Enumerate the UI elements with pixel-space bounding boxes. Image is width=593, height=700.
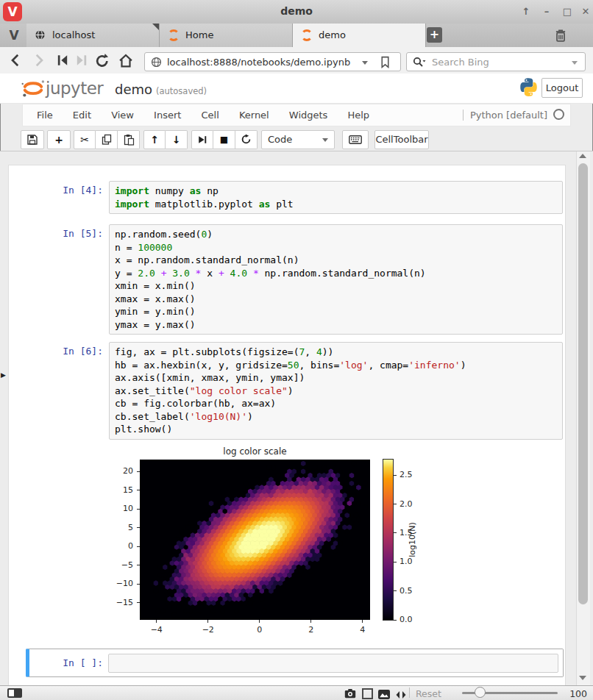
scrollbar-up-icon[interactable] xyxy=(579,154,586,158)
tab-corner-marker-icon xyxy=(152,24,159,30)
code-cell-input[interactable]: import numpy as npimport matplotlib.pypl… xyxy=(109,181,563,214)
url-text[interactable]: localhost:8888/notebooks/demo.ipynb xyxy=(167,57,350,68)
paste-cell-button[interactable] xyxy=(118,130,140,149)
jupyter-favicon-icon xyxy=(168,29,180,41)
move-cell-up-button[interactable]: ↑ xyxy=(143,130,166,149)
search-field[interactable]: Search Bing xyxy=(406,52,586,71)
colorbar-tick-mark xyxy=(394,532,397,533)
colorbar-tick-label: 2.5 xyxy=(400,470,419,479)
x-tick-mark xyxy=(207,620,208,623)
x-tick-label: 0 xyxy=(249,625,271,635)
zoom-reset-button[interactable]: Reset xyxy=(416,688,441,699)
python-logo-icon xyxy=(519,77,539,100)
figure: log color scale log10(N) −4−202420151050… xyxy=(109,443,433,643)
globe-icon xyxy=(35,29,46,43)
jupyter-logo-icon[interactable] xyxy=(19,76,47,103)
y-tick-label: 20 xyxy=(109,466,133,476)
cell-prompt: In [ ]: xyxy=(46,657,103,670)
menu-view[interactable]: View xyxy=(103,104,142,126)
search-engine-icon[interactable] xyxy=(413,57,426,71)
x-tick-label: 4 xyxy=(352,625,374,635)
panel-toggle-button[interactable] xyxy=(7,688,22,698)
tiling-toggle-button[interactable] xyxy=(362,688,373,699)
window-rollup-button[interactable]: ↑ xyxy=(519,5,533,18)
vivaldi-menu-button[interactable]: V xyxy=(6,27,22,43)
x-tick-mark xyxy=(156,620,157,623)
x-tick-mark xyxy=(362,620,363,623)
kernel-name: Python [default] xyxy=(470,110,547,121)
add-cell-button[interactable]: + xyxy=(47,130,71,149)
x-tick-label: −2 xyxy=(197,625,219,635)
tab-demo[interactable]: demo xyxy=(293,24,426,47)
fast-forward-button[interactable] xyxy=(75,53,91,68)
window-maximize-button[interactable]: □ xyxy=(560,5,575,18)
colorbar-tick-mark xyxy=(394,620,397,621)
window-minimize-button[interactable]: – xyxy=(539,5,554,18)
rewind-button[interactable] xyxy=(56,53,72,68)
tab-label: Home xyxy=(185,29,213,40)
selected-empty-cell[interactable]: In [ ]: xyxy=(26,649,564,677)
window-titlebar: V demo ↑ – □ ✕ xyxy=(0,0,593,24)
run-cell-button[interactable] xyxy=(191,130,213,149)
trash-icon[interactable] xyxy=(554,28,567,46)
arrows-icon xyxy=(395,690,407,699)
move-cell-down-button[interactable]: ↓ xyxy=(166,130,188,149)
zoom-slider-knob[interactable] xyxy=(475,687,486,698)
code-cell-input[interactable]: fig, ax = plt.subplots(figsize=(7, 4))hb… xyxy=(109,342,563,440)
scrollbar-down-icon[interactable] xyxy=(579,676,586,680)
image-toggle-button[interactable] xyxy=(378,688,390,700)
back-button[interactable] xyxy=(9,53,25,68)
menu-kernel[interactable]: Kernel xyxy=(231,104,277,126)
y-tick-label: −5 xyxy=(109,560,133,570)
reload-button[interactable] xyxy=(94,53,110,68)
colorbar xyxy=(383,460,393,620)
tab-localhost[interactable]: localhost xyxy=(26,24,160,47)
menu-cell[interactable]: Cell xyxy=(193,104,227,126)
y-tick-label: −10 xyxy=(109,579,133,588)
command-palette-button[interactable] xyxy=(342,130,369,149)
address-bar[interactable]: localhost:8888/notebooks/demo.ipynb xyxy=(144,52,401,71)
menu-widgets[interactable]: Widgets xyxy=(281,104,336,126)
colorbar-tick-mark xyxy=(394,562,397,562)
image-icon xyxy=(378,690,390,699)
notebook-menubar: File Edit View Insert Cell Kernel Widget… xyxy=(22,104,571,126)
notebook-title[interactable]: demo xyxy=(115,82,152,97)
panel-toggle-icon[interactable]: ▶ xyxy=(1,371,6,379)
menu-edit[interactable]: Edit xyxy=(65,104,99,126)
jupyter-logo-text[interactable]: jupyter xyxy=(46,79,103,98)
new-tab-button[interactable]: + xyxy=(427,27,442,43)
cell-toolbar-button[interactable]: CellToolbar xyxy=(374,130,429,149)
autosave-status: (autosaved) xyxy=(156,86,207,96)
bookmark-icon[interactable] xyxy=(380,56,390,71)
code-cell-input[interactable]: np.random.seed(0)n = 100000x = np.random… xyxy=(109,224,563,335)
window-close-button[interactable]: ✕ xyxy=(578,5,593,18)
vivaldi-browser-window: V demo ↑ – □ ✕ V localhost Home demo + xyxy=(0,0,593,700)
save-button[interactable] xyxy=(21,130,44,149)
window-title: demo xyxy=(0,5,593,17)
logout-button[interactable]: Logout xyxy=(541,78,583,98)
tab-home[interactable]: Home xyxy=(160,24,293,47)
hexbin-plot xyxy=(140,460,370,620)
forward-button[interactable] xyxy=(31,53,47,68)
capture-page-button[interactable] xyxy=(344,688,356,700)
scrollbar-thumb[interactable] xyxy=(578,163,588,604)
search-dropdown-icon[interactable] xyxy=(572,61,578,65)
y-tick-mark xyxy=(137,546,140,547)
menu-insert[interactable]: Insert xyxy=(146,104,189,126)
cut-cell-button[interactable]: ✂ xyxy=(74,130,96,149)
empty-code-input[interactable] xyxy=(108,654,558,673)
cell-type-select[interactable]: Code xyxy=(261,130,335,149)
paste-icon xyxy=(123,134,135,146)
menu-file[interactable]: File xyxy=(23,104,61,126)
menu-help[interactable]: Help xyxy=(339,104,377,126)
home-button[interactable] xyxy=(118,53,134,68)
restart-kernel-button[interactable] xyxy=(235,130,258,149)
y-tick-mark xyxy=(137,584,140,585)
page-actions-button[interactable] xyxy=(395,688,407,700)
url-dropdown-icon[interactable] xyxy=(362,61,368,65)
interrupt-kernel-button[interactable]: ■ xyxy=(213,130,235,149)
copy-icon xyxy=(101,134,113,146)
copy-cell-button[interactable] xyxy=(96,130,118,149)
search-placeholder: Search Bing xyxy=(432,57,489,68)
tab-label: demo xyxy=(319,29,346,40)
